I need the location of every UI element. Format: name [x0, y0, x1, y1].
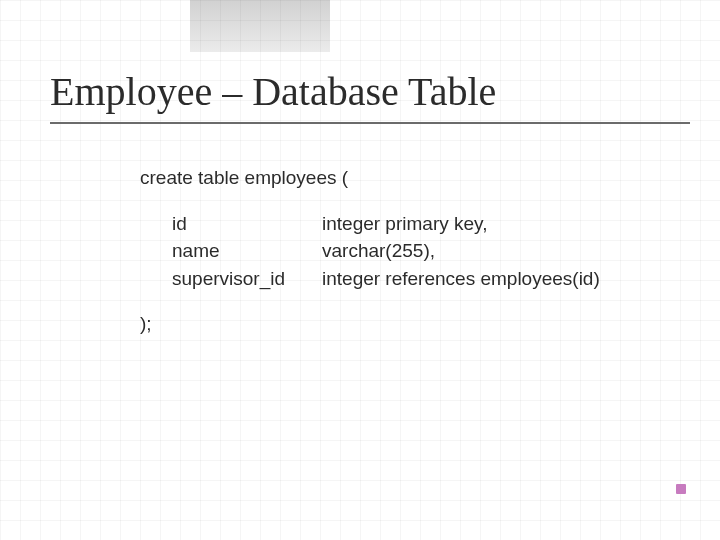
col-def: integer references employees(id)	[322, 265, 670, 293]
page-title: Employee – Database Table	[0, 0, 720, 122]
col-name: supervisor_id	[172, 265, 322, 293]
sql-column-defs: integer primary key, varchar(255), integ…	[322, 210, 670, 293]
slide: Employee – Database Table create table e…	[0, 0, 720, 540]
col-name: name	[172, 237, 322, 265]
sql-column-names: id name supervisor_id	[172, 210, 322, 293]
slide-marker-icon	[676, 484, 686, 494]
col-def: varchar(255),	[322, 237, 670, 265]
title-shadow	[190, 0, 330, 52]
col-name: id	[172, 210, 322, 238]
sql-close-line: );	[140, 310, 670, 338]
col-def: integer primary key,	[322, 210, 670, 238]
sql-body: create table employees ( id name supervi…	[0, 124, 720, 338]
sql-columns: id name supervisor_id integer primary ke…	[172, 210, 670, 293]
sql-open-line: create table employees (	[140, 164, 670, 192]
title-block: Employee – Database Table	[0, 0, 720, 124]
